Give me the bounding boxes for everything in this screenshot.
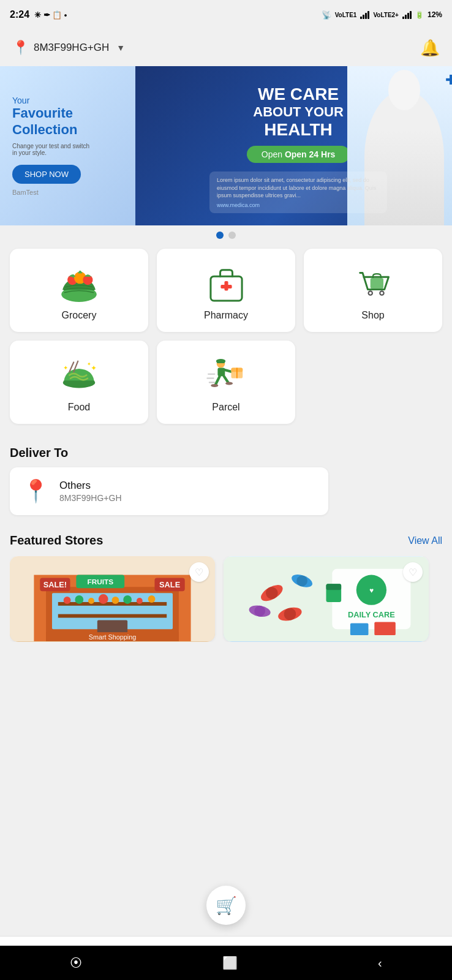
deliver-pin-icon: 📍 (22, 478, 50, 504)
deliver-info: Others 8M3F99HG+GH (59, 480, 122, 503)
featured-header: Featured Stores View All (10, 533, 442, 548)
location-pin-icon: 📍 (12, 40, 29, 56)
deliver-card[interactable]: 📍 Others 8M3F99HG+GH (10, 467, 328, 515)
android-navigation-bar: ⦿ ⬜ ‹ (0, 946, 452, 980)
parcel-icon (205, 354, 247, 396)
store-1-heart-icon[interactable]: ♡ (189, 562, 209, 582)
category-food[interactable]: ✦ ✦ ✦ Food (10, 341, 148, 424)
category-pharmacy[interactable]: Pharmacy (157, 249, 295, 332)
open-24-badge: Open Open 24 Hrs (247, 146, 350, 163)
status-bar: 2:24 ✳ ✒ 📋 • 📡 VoLTE1 VoLTE2+ 🔋 12% (0, 0, 452, 29)
battery-level: 12% (428, 10, 442, 19)
featured-title: Featured Stores (10, 533, 103, 548)
svg-point-47 (88, 598, 94, 604)
signal-lte2: VoLTE2+ (373, 12, 399, 18)
cart-fab-button[interactable]: 🛒 (206, 886, 246, 925)
svg-rect-21 (217, 361, 225, 363)
cart-fab-icon: 🛒 (216, 895, 237, 916)
shop-label: Shop (361, 310, 384, 321)
svg-text:♥: ♥ (369, 586, 374, 595)
banner-slide1-brand: BamTest (12, 189, 132, 196)
top-bar: 📍 8M3F99HG+GH ▼ 🔔 (0, 29, 452, 66)
stores-row: SALE! FRUITS SALE (10, 556, 442, 642)
svg-point-49 (112, 597, 119, 604)
deliver-to-title: Deliver To (10, 446, 442, 460)
android-home-icon[interactable]: ⬜ (222, 956, 238, 970)
svg-point-52 (148, 595, 156, 603)
categories-row-1: Grocery Pharmacy (10, 249, 442, 332)
view-all-button[interactable]: View All (408, 535, 442, 546)
location-dropdown-icon[interactable]: ▼ (116, 43, 125, 53)
svg-text:SALE!: SALE! (43, 580, 67, 589)
grocery-icon (57, 262, 101, 304)
svg-text:SALE: SALE (159, 580, 181, 589)
android-back-icon[interactable]: ‹ (378, 956, 382, 970)
svg-line-27 (225, 370, 232, 372)
status-right: 📡 VoLTE1 VoLTE2+ 🔋 12% (322, 10, 442, 20)
banner-dot-1[interactable] (216, 232, 224, 239)
svg-point-25 (211, 384, 218, 387)
category-grocery[interactable]: Grocery (10, 249, 148, 332)
parcel-label: Parcel (212, 402, 239, 413)
store-card-2[interactable]: ♥ DAILY CARE ♡ (224, 556, 429, 642)
svg-text:FRUITS: FRUITS (87, 578, 113, 586)
battery-icon: 🔋 (415, 11, 424, 19)
store-2-svg: ♥ DAILY CARE (224, 556, 429, 642)
pharmacy-label: Pharmacy (204, 310, 248, 321)
svg-rect-70 (350, 623, 369, 635)
svg-point-50 (123, 595, 132, 604)
notification-bell-icon[interactable]: 🔔 (420, 39, 440, 58)
deliver-section: Deliver To 📍 Others 8M3F99HG+GH (0, 434, 452, 521)
deliver-location-name: Others (59, 480, 122, 492)
svg-rect-73 (326, 584, 342, 590)
open-label: Open (262, 149, 285, 159)
store-card-1[interactable]: SALE! FRUITS SALE (10, 556, 215, 642)
svg-point-11 (369, 292, 372, 294)
android-recent-icon[interactable]: ⦿ (70, 956, 82, 970)
status-time: 2:24 (10, 9, 29, 20)
store-2-image: ♥ DAILY CARE (224, 556, 429, 642)
banner-lorem-box: Lorem ipsum dolor sit amet, consectetur … (209, 172, 387, 213)
svg-text:Smart Shopping: Smart Shopping (89, 633, 137, 641)
radio-icon: 📡 (322, 10, 331, 20)
svg-text:✦: ✦ (87, 361, 91, 367)
svg-point-51 (137, 598, 143, 604)
category-parcel[interactable]: Parcel (157, 341, 295, 424)
store-1-svg: SALE! FRUITS SALE (10, 556, 215, 642)
deliver-location-code: 8M3F99HG+GH (59, 493, 122, 503)
store-2-heart-icon[interactable]: ♡ (403, 562, 423, 582)
hours-label: Open 24 Hrs (285, 149, 335, 159)
location-section[interactable]: 📍 8M3F99HG+GH ▼ (12, 40, 125, 56)
svg-text:DAILY CARE: DAILY CARE (348, 610, 395, 619)
signal-bars-2 (402, 10, 412, 19)
svg-line-23 (216, 376, 220, 385)
store-1-image: SALE! FRUITS SALE (10, 556, 215, 642)
svg-point-45 (64, 597, 71, 604)
banner-website: www.medica.com (217, 202, 380, 208)
categories-row-2: ✦ ✦ ✦ Food (10, 341, 442, 424)
banner-dot-2[interactable] (228, 232, 236, 239)
svg-point-46 (75, 595, 83, 604)
svg-point-26 (225, 382, 233, 385)
svg-rect-4 (72, 274, 74, 277)
banner-slide2-line1: WE CARE (258, 85, 339, 104)
grocery-label: Grocery (62, 310, 97, 321)
category-shop[interactable]: Shop (304, 249, 442, 332)
svg-text:✦: ✦ (63, 364, 68, 371)
svg-rect-8 (371, 278, 383, 288)
categories-section: Grocery Pharmacy (0, 244, 452, 434)
banner-slide1-title: FavouriteCollection (12, 105, 132, 138)
shop-icon (352, 262, 394, 304)
svg-rect-53 (58, 614, 167, 618)
banner-slide2-line3: HEALTH (264, 120, 332, 140)
status-icons: ✳ ✒ 📋 • (34, 10, 67, 20)
banner-slide2-line2: ABOUT YOUR (253, 104, 344, 120)
svg-line-24 (224, 376, 228, 382)
banner-section: Your FavouriteCollection Change your tes… (0, 66, 452, 225)
food-label: Food (68, 402, 90, 413)
svg-point-48 (99, 594, 108, 604)
banner-lorem-text: Lorem ipsum dolor sit amet, consectetur … (217, 176, 380, 200)
svg-text:✦: ✦ (91, 364, 97, 372)
banner-dots (0, 225, 452, 244)
shop-now-button[interactable]: SHOP NOW (12, 165, 81, 184)
